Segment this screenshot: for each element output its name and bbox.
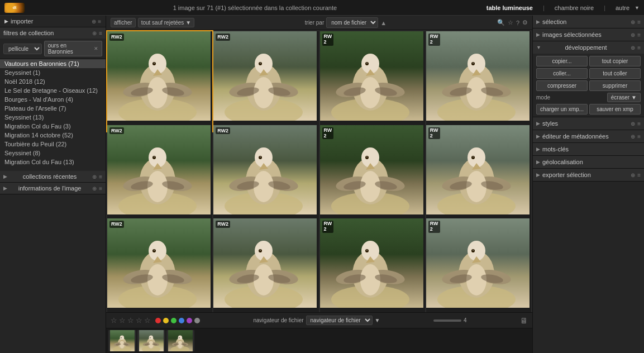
coll-icon1[interactable]: ⊕ — [92, 174, 97, 180]
importer-icon2[interactable]: ≡ — [98, 18, 101, 25]
photo-cell-3[interactable]: RW 2 — [426, 31, 531, 131]
filmstrip-item-2[interactable] — [166, 330, 194, 351]
importer-icon1[interactable]: ⊕ — [92, 18, 96, 25]
images-selectionnees-header[interactable]: ▶ images sélectionnées ⊕ ≡ — [533, 28, 644, 41]
star-4[interactable]: ☆ — [136, 316, 142, 325]
nav-noire[interactable]: chambre noire — [551, 3, 597, 12]
photo-cell-8[interactable]: RW2 — [107, 218, 212, 312]
info-image-header[interactable]: ▶ informations de l'image ⊕ ≡ — [0, 183, 106, 194]
styles-header[interactable]: ▶ styles ⊕ ≡ — [533, 117, 644, 130]
filter-select[interactable]: pellicule — [3, 44, 42, 54]
nav-autre-group[interactable]: autre ▼ — [612, 3, 640, 12]
dev-icon1[interactable]: ⊕ — [631, 45, 635, 51]
meta-icon2[interactable]: ≡ — [637, 133, 641, 140]
nav-lumineuse[interactable]: table lumineuse — [483, 3, 536, 12]
collection-item-8[interactable]: Migration 14 octobre (52) — [0, 131, 106, 140]
photo-cell-11[interactable]: RW 2 — [426, 218, 531, 312]
logo[interactable]: dt 2.4.1~rc1~git1305.gu1le5535 — [4, 3, 27, 13]
monitor-icon[interactable]: 🖥 — [520, 316, 528, 325]
zoom-slider[interactable] — [433, 319, 461, 322]
filmstrip-item-0[interactable] — [108, 330, 136, 351]
dot-blue[interactable] — [179, 318, 184, 323]
afficher-btn[interactable]: afficher — [111, 18, 136, 27]
star-5[interactable]: ☆ — [144, 316, 151, 325]
star-3[interactable]: ☆ — [127, 316, 134, 325]
photo-cell-0[interactable]: RW2 — [107, 31, 212, 131]
filter-tag[interactable]: ours en Baronnies ✕ — [44, 41, 102, 56]
collections-recentes-header[interactable]: ▶ collections récentes ⊕ ≡ — [0, 171, 106, 182]
settings-icon[interactable]: ⚙ — [522, 19, 528, 26]
imgs-icon2[interactable]: ≡ — [637, 32, 641, 38]
photo-cell-2[interactable]: RW 2 — [320, 31, 425, 131]
developpement-header[interactable]: ▼ développement ⊕ ≡ — [533, 41, 644, 54]
selection-header[interactable]: ▶ sélection ⊕ ≡ — [533, 16, 644, 28]
collection-item-1[interactable]: Seyssinet (1) — [0, 68, 106, 77]
photo-cell-5[interactable]: RW2 — [213, 125, 318, 225]
filmstrip-item-1[interactable] — [137, 330, 165, 351]
star-icon[interactable]: ☆ — [508, 19, 513, 26]
metadata-header[interactable]: ▶ éditeur de métadonnées ⊕ ≡ — [533, 130, 644, 143]
collection-item-3[interactable]: Le Sel de Bretagne - Oiseaux (12) — [0, 86, 106, 95]
nav-autre[interactable]: autre — [612, 3, 633, 12]
dot-green[interactable] — [171, 318, 176, 323]
collection-item-5[interactable]: Plateau de l'Arselle (7) — [0, 104, 106, 113]
filtres-icon2[interactable]: ≡ — [99, 30, 102, 36]
star-1[interactable]: ☆ — [111, 316, 117, 325]
collection-item-2[interactable]: Noël 2018 (12) — [0, 77, 106, 86]
info-icon1[interactable]: ⊕ — [92, 185, 97, 192]
sel-icon1[interactable]: ⊕ — [631, 19, 635, 25]
collection-item-6[interactable]: Seyssinet (13) — [0, 113, 106, 122]
styles-icon2[interactable]: ≡ — [637, 121, 641, 127]
collection-item-7[interactable]: Migration Col du Fau (3) — [0, 122, 106, 131]
file-nav-select[interactable]: navigateur de fichier — [306, 316, 373, 325]
photo-cell-1[interactable]: RW2 — [213, 31, 318, 131]
search-icon[interactable]: 🔍 — [497, 19, 505, 26]
copier-btn[interactable]: copier... — [536, 56, 588, 66]
exp-icon2[interactable]: ≡ — [637, 172, 641, 178]
star-2[interactable]: ☆ — [119, 316, 126, 325]
photo-cell-9[interactable]: RW2 — [213, 218, 318, 312]
collection-item-9[interactable]: Tourbière du Peuil (22) — [0, 140, 106, 149]
exp-icon1[interactable]: ⊕ — [631, 172, 635, 178]
compresser-btn[interactable]: compresser — [536, 80, 588, 91]
tout-coller-btn[interactable]: tout coller — [589, 68, 641, 79]
mots-cles-header[interactable]: ▶ mots-clés ⊕ — [533, 143, 644, 156]
dev-icon2[interactable]: ≡ — [637, 45, 641, 51]
geolocalisation-header[interactable]: ▶ géolocalisation ⊕ — [533, 156, 644, 169]
photo-cell-4[interactable]: RW2 — [107, 125, 212, 225]
imgs-icon1[interactable]: ⊕ — [631, 32, 635, 38]
collection-item-11[interactable]: Migration Col du Fau (13) — [0, 158, 106, 166]
info-icon2[interactable]: ≡ — [99, 185, 102, 192]
help-icon[interactable]: ? — [516, 20, 519, 26]
tout-copier-btn[interactable]: tout copier — [589, 56, 641, 66]
exporter-header[interactable]: ▶ exporter sélection ⊕ ≡ — [533, 169, 644, 182]
filtres-icon1[interactable]: ⊕ — [92, 30, 97, 36]
charger-xmp-btn[interactable]: charger un xmp... — [536, 104, 588, 115]
filter-tag-remove[interactable]: ✕ — [94, 46, 98, 51]
importer-btn[interactable]: ▶ importer ⊕ ≡ — [0, 16, 106, 27]
top-bar-right: table lumineuse | chambre noire | autre … — [483, 3, 640, 12]
styles-icon1[interactable]: ⊕ — [631, 121, 635, 127]
sort-select[interactable]: nom de fichier — [326, 17, 378, 28]
filtres-header[interactable]: filtres de collection ⊕ ≡ — [0, 27, 106, 39]
sel-icon2[interactable]: ≡ — [637, 19, 641, 25]
photo-cell-7[interactable]: RW 2 — [426, 125, 531, 225]
collection-item-0[interactable]: Vautours en Baronnies (71) — [0, 59, 106, 68]
info-icons: ⊕ ≡ — [92, 185, 102, 192]
dot-gray[interactable] — [194, 318, 200, 323]
supprimer-btn[interactable]: supprimer — [589, 80, 641, 91]
photo-cell-6[interactable]: RW 2 — [320, 125, 425, 225]
dot-red[interactable] — [155, 318, 161, 323]
dot-yellow[interactable] — [163, 318, 169, 323]
dot-purple[interactable] — [187, 318, 192, 323]
coller-btn[interactable]: coller... — [536, 68, 588, 79]
meta-icon1[interactable]: ⊕ — [631, 133, 635, 140]
coll-icon2[interactable]: ≡ — [99, 174, 102, 180]
photo-cell-10[interactable]: RW 2 — [320, 218, 425, 312]
collection-item-10[interactable]: Seyssinet (8) — [0, 149, 106, 158]
sort-direction-icon[interactable]: ▲ — [380, 20, 387, 26]
sauver-xmp-btn[interactable]: sauver en xmp — [589, 104, 641, 115]
mode-value[interactable]: écraser ▼ — [607, 93, 641, 102]
collection-item-4[interactable]: Bourges - Val d'Auron (4) — [0, 95, 106, 104]
tout-sauf-rejetees-btn[interactable]: tout sauf rejetées ▼ — [138, 18, 194, 27]
